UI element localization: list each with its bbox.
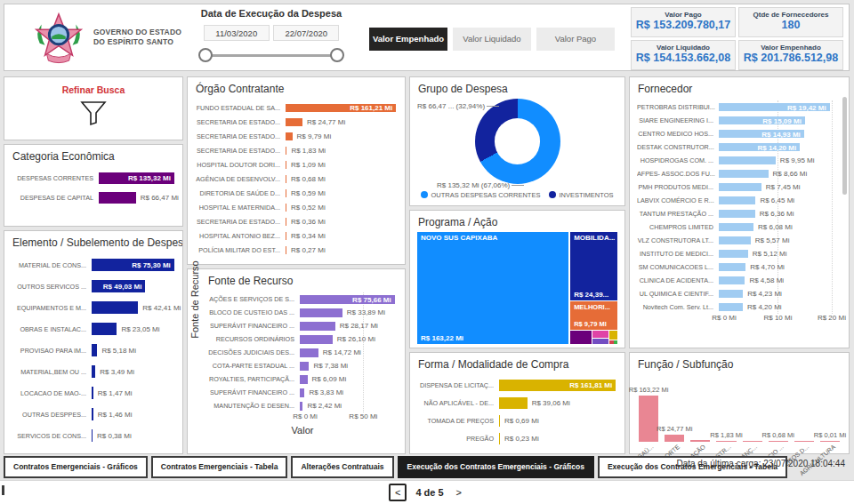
bar-track: R$ 135,32 Mi [99,172,175,184]
column[interactable]: R$ 1,83 Mi [716,385,736,442]
treemap-tile-melhoria[interactable]: MELHORI...R$ 9,79 MI [570,301,617,330]
treemap-tile-novo-sus-capixaba[interactable]: NOVO SUS CAPIXABAR$ 163,22 Mi [417,232,568,344]
category-label: POLÍCIA MILITAR DO EST... [195,246,286,254]
treemap-tile-small-2[interactable] [592,331,608,338]
bar[interactable] [300,308,342,317]
bar[interactable] [719,263,745,271]
bar[interactable] [499,397,528,409]
bar[interactable] [719,290,743,298]
treemap-tile-small-6[interactable] [614,340,617,344]
bar[interactable] [92,387,93,399]
treemap-tile-small-4[interactable] [609,331,617,340]
bar-track: R$ 1,83 Mi [286,147,398,155]
bar[interactable] [92,429,93,442]
value-label: R$ 8,66 Mi [773,170,808,178]
bar[interactable] [719,276,745,284]
value-label: R$ 24,77 Mi [307,118,345,126]
bar[interactable] [300,375,308,384]
date-end-input[interactable]: 22/07/2020 [273,25,339,41]
next-page-button[interactable]: > [453,487,465,498]
bar[interactable] [92,408,93,420]
bar[interactable]: R$ 161,21 Mi [286,104,396,112]
bar[interactable] [719,250,748,258]
bar[interactable] [665,435,684,442]
bar[interactable] [286,175,286,183]
bar[interactable]: R$ 19,42 Mi [719,103,830,111]
bar[interactable] [92,323,117,335]
measure-button-empenhado[interactable]: Valor Empenhado [369,28,447,51]
bar-track: R$ 23,05 Mi [92,323,175,335]
column[interactable]: R$ 0,01 Mi [820,385,840,442]
treemap-tile-mobilidade[interactable]: MOBILIDA...R$ 24,39... [570,232,617,300]
bar[interactable] [286,246,286,254]
bar[interactable]: R$ 14,20 Mi [719,143,800,151]
treemap-tile-small-1[interactable] [570,331,592,344]
slider-handle-start[interactable] [198,48,213,62]
bar[interactable] [286,147,286,155]
column[interactable] [690,385,710,442]
bar[interactable] [99,192,136,204]
tab-alteracoes-contratuais[interactable]: Alterações Contratuais [291,456,393,478]
bar[interactable] [499,415,500,427]
bar[interactable] [719,196,755,204]
treemap-tile-small-5[interactable] [609,340,614,344]
bar[interactable] [92,301,138,314]
slider-handle-end[interactable] [330,48,344,62]
bar[interactable]: R$ 14,93 Mi [719,130,804,138]
column[interactable]: R$ 24,77 Mi [665,385,684,442]
bar[interactable]: R$ 15,09 Mi [719,116,805,124]
bar[interactable] [92,365,95,378]
measure-button-pago[interactable]: Valor Pago [536,28,615,51]
bar[interactable]: R$ 75,30 Mi [92,259,174,271]
legend-item[interactable]: OUTRAS DESPESAS CORRENTES [421,191,540,199]
bar-track: R$ 5,18 Mi [92,344,175,356]
bar[interactable] [719,156,776,164]
bar[interactable] [719,236,751,244]
bar[interactable] [286,132,293,140]
bar[interactable] [719,210,755,218]
tab-contratos-emergenciais-graficos[interactable]: Contratos Emergenciais - Gráficos [4,456,148,478]
legend-item[interactable]: INVESTIMENTOS [549,191,613,199]
column[interactable]: R$ 0,68 Mi [769,385,788,442]
date-start-input[interactable]: 11/03/2020 [204,25,270,41]
bar[interactable] [300,322,335,331]
bar[interactable] [719,183,761,191]
bar[interactable] [300,335,333,344]
bar[interactable] [300,362,309,371]
date-range-slider[interactable] [191,46,351,66]
value-label: R$ 0,34 Mi [291,232,326,240]
bar[interactable] [300,388,304,397]
bar[interactable] [286,189,286,197]
x-axis-tick: R$ 20 Mi [818,314,846,322]
tab-contratos-emergenciais-tabela[interactable]: Contratos Emergenciais - Tabela [151,456,288,478]
value-label: R$ 0,23 Mi [504,435,539,443]
bar[interactable] [499,433,500,444]
bar[interactable] [719,223,753,231]
bar[interactable] [719,170,769,178]
bar[interactable] [639,396,658,442]
previous-page-button[interactable]: < [389,484,407,501]
treemap-tile-small-3[interactable] [592,339,608,344]
bar[interactable]: R$ 75,66 Mi [300,295,395,304]
bar[interactable] [300,402,302,411]
donut-ring[interactable] [475,99,560,184]
bar[interactable] [300,348,318,357]
bar[interactable] [286,118,302,126]
bar[interactable] [92,344,97,356]
bar[interactable]: R$ 135,32 Mi [99,172,174,184]
bar[interactable]: R$ 49,03 Mi [92,280,145,292]
column[interactable]: R$ 163,22 Mi [639,385,658,442]
bar[interactable] [286,218,286,226]
chart-elemento-subelemento: Elemento / Subelemento de Despesa MATERI… [4,230,183,454]
bar[interactable] [286,204,286,212]
filter-funnel-icon[interactable] [78,98,109,128]
measure-button-liquidado[interactable]: Valor Liquidado [453,28,531,51]
value-label: R$ 163,22 Mi [629,386,669,394]
column[interactable] [743,385,762,442]
bar[interactable] [286,161,286,169]
bar[interactable] [286,232,286,240]
bar[interactable] [719,303,743,311]
column[interactable] [794,385,814,442]
bar[interactable]: R$ 161,81 Mi [499,380,616,391]
tab-execucao-contratos-graficos[interactable]: Execução dos Contratos Emergenciais - Gr… [398,456,594,478]
